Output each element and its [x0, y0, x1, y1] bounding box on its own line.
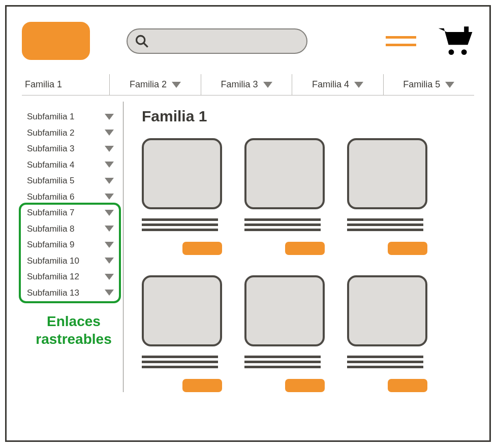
- sidebar-item-10[interactable]: Subfamilia 10: [22, 253, 123, 269]
- chevron-down-icon: [445, 82, 454, 88]
- product-card[interactable]: [347, 275, 427, 392]
- product-image-placeholder: [142, 275, 222, 346]
- nav-item-1[interactable]: Familia 1: [22, 74, 109, 95]
- chevron-down-icon: [105, 210, 114, 216]
- main-content: Familia 1: [123, 102, 474, 392]
- body: Subfamilia 1Subfamilia 2Subfamilia 3Subf…: [22, 102, 474, 392]
- sidebar-item-6[interactable]: Subfamilia 6: [22, 189, 123, 205]
- chevron-down-icon: [105, 226, 114, 232]
- nav-item-label: Familia 1: [25, 79, 62, 90]
- sidebar-item-3[interactable]: Subfamilia 3: [22, 141, 123, 157]
- cart-icon[interactable]: [438, 25, 474, 57]
- chevron-down-icon: [105, 194, 114, 200]
- product-card[interactable]: [142, 275, 222, 392]
- product-card[interactable]: [347, 138, 427, 255]
- chevron-down-icon: [105, 114, 114, 120]
- product-card[interactable]: [244, 275, 325, 392]
- wireframe-frame: Familia 1Familia 2Familia 3Familia 4Fami…: [5, 5, 491, 442]
- nav-item-label: Familia 3: [221, 79, 258, 90]
- product-card[interactable]: [142, 138, 222, 255]
- sidebar-item-label: Subfamilia 10: [27, 254, 79, 268]
- svg-point-3: [449, 49, 454, 55]
- nav-item-5[interactable]: Familia 5: [383, 74, 474, 95]
- svg-point-0: [137, 36, 145, 44]
- product-cta-button[interactable]: [182, 242, 222, 255]
- sidebar-item-label: Subfamilia 6: [27, 190, 75, 204]
- chevron-down-icon: [105, 130, 114, 136]
- header: [22, 22, 474, 60]
- sidebar-item-11[interactable]: Subfamilia 12: [22, 269, 123, 285]
- chevron-down-icon: [105, 242, 114, 248]
- svg-line-1: [144, 43, 148, 47]
- product-image-placeholder: [142, 138, 222, 209]
- menu-icon[interactable]: [386, 36, 416, 46]
- search-container: [127, 28, 307, 54]
- sidebar-item-label: Subfamilia 8: [27, 222, 75, 236]
- product-text-placeholder: [244, 218, 325, 234]
- product-text-placeholder: [142, 218, 222, 234]
- chevron-down-icon: [105, 290, 114, 296]
- product-cta-button[interactable]: [182, 379, 222, 392]
- product-cta-button[interactable]: [388, 242, 427, 255]
- sidebar-item-4[interactable]: Subfamilia 4: [22, 157, 123, 173]
- product-grid: [142, 138, 474, 392]
- nav-item-4[interactable]: Familia 4: [292, 74, 383, 95]
- chevron-down-icon: [105, 274, 114, 280]
- sidebar-item-9[interactable]: Subfamilia 9: [22, 237, 123, 253]
- sidebar-item-label: Subfamilia 1: [27, 110, 75, 123]
- sidebar-item-label: Subfamilia 7: [27, 206, 75, 219]
- product-text-placeholder: [347, 218, 427, 234]
- sidebar-item-label: Subfamilia 4: [27, 158, 75, 172]
- sidebar-item-12[interactable]: Subfamilia 13: [22, 285, 123, 301]
- nav-item-label: Familia 4: [312, 79, 349, 90]
- chevron-down-icon: [263, 82, 272, 88]
- page-title: Familia 1: [142, 108, 474, 125]
- sidebar-item-label: Subfamilia 9: [27, 238, 75, 251]
- svg-point-4: [461, 49, 467, 55]
- chevron-down-icon: [354, 82, 363, 88]
- chevron-down-icon: [105, 258, 114, 264]
- header-right: [386, 25, 474, 57]
- sidebar-item-label: Subfamilia 12: [27, 270, 79, 283]
- sidebar-item-7[interactable]: Subfamilia 7: [22, 205, 123, 221]
- product-card[interactable]: [244, 138, 325, 255]
- product-image-placeholder: [244, 275, 325, 346]
- chevron-down-icon: [105, 178, 114, 184]
- product-cta-button[interactable]: [388, 379, 427, 392]
- sidebar-item-1[interactable]: Subfamilia 1: [22, 109, 123, 125]
- chevron-down-icon: [105, 146, 114, 152]
- nav-item-2[interactable]: Familia 2: [109, 74, 200, 95]
- sidebar-item-5[interactable]: Subfamilia 5: [22, 173, 123, 189]
- product-image-placeholder: [244, 138, 325, 209]
- search-icon: [135, 34, 149, 48]
- svg-rect-2: [464, 26, 469, 33]
- top-nav: Familia 1Familia 2Familia 3Familia 4Fami…: [22, 74, 474, 95]
- product-image-placeholder: [347, 138, 427, 209]
- product-cta-button[interactable]: [285, 242, 325, 255]
- product-text-placeholder: [244, 356, 325, 371]
- product-text-placeholder: [347, 356, 427, 371]
- chevron-down-icon: [172, 82, 181, 88]
- logo-placeholder[interactable]: [22, 22, 90, 60]
- search-input[interactable]: [127, 28, 307, 54]
- sidebar-item-label: Subfamilia 3: [27, 142, 75, 155]
- nav-item-label: Familia 5: [403, 79, 440, 90]
- product-cta-button[interactable]: [285, 379, 325, 392]
- annotation-label: Enlaces rastreables: [18, 312, 130, 348]
- sidebar-item-8[interactable]: Subfamilia 8: [22, 221, 123, 237]
- sidebar-item-label: Subfamilia 2: [27, 126, 75, 140]
- nav-item-3[interactable]: Familia 3: [201, 74, 292, 95]
- sidebar-item-label: Subfamilia 13: [27, 286, 79, 300]
- chevron-down-icon: [105, 162, 114, 168]
- product-text-placeholder: [142, 356, 222, 371]
- nav-item-label: Familia 2: [130, 79, 167, 90]
- product-image-placeholder: [347, 275, 427, 346]
- sidebar: Subfamilia 1Subfamilia 2Subfamilia 3Subf…: [22, 102, 123, 392]
- sidebar-item-label: Subfamilia 5: [27, 174, 75, 187]
- sidebar-item-2[interactable]: Subfamilia 2: [22, 125, 123, 141]
